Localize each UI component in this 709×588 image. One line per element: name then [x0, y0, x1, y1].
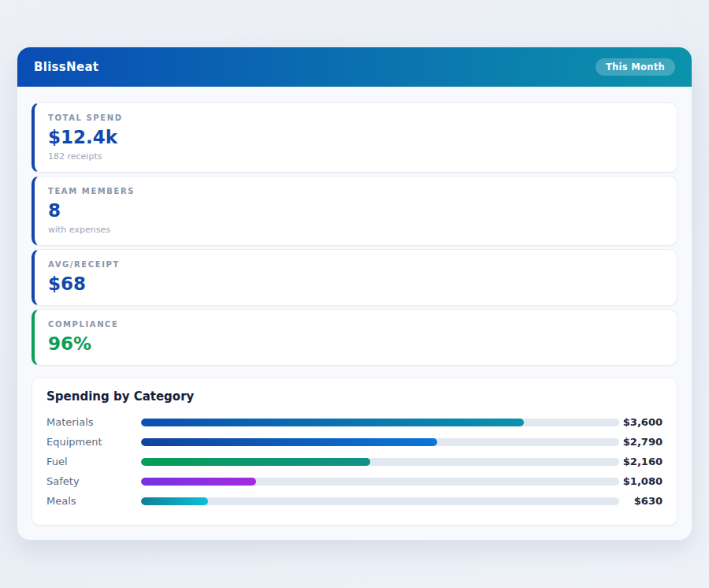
- dashboard-body: TOTAL SPEND $12.4k 182 receipts TEAM MEM…: [17, 87, 692, 540]
- stat-card-team-members: TEAM MEMBERS 8 with expenses: [32, 176, 677, 246]
- chart-title: Spending by Category: [46, 391, 663, 403]
- category-label: Equipment: [46, 436, 141, 448]
- stat-label: TOTAL SPEND: [48, 114, 663, 122]
- stat-value: $12.4k: [48, 127, 663, 148]
- stat-value: 8: [48, 200, 663, 221]
- category-label: Safety: [46, 475, 141, 487]
- bar-track: [141, 438, 619, 446]
- category-row-fuel: Fuel $2,160: [46, 452, 663, 471]
- spending-by-category-chart: Spending by Category Materials $3,600 Eq…: [32, 378, 677, 526]
- stat-card-total-spend: TOTAL SPEND $12.4k 182 receipts: [32, 102, 677, 173]
- bar-track: [141, 478, 619, 486]
- bar-fill: [141, 478, 256, 486]
- category-value: $3,600: [619, 416, 663, 428]
- bar-fill: [141, 419, 524, 426]
- category-row-materials: Materials $3,600: [46, 412, 663, 432]
- stat-label: COMPLIANCE: [48, 320, 663, 329]
- stat-subtext: 182 receipts: [48, 151, 663, 162]
- category-row-safety: Safety $1,080: [46, 471, 663, 491]
- app-header: BlissNeat This Month: [17, 47, 692, 87]
- stat-label: TEAM MEMBERS: [48, 187, 663, 195]
- expense-dashboard-panel: BlissNeat This Month TOTAL SPEND $12.4k …: [17, 47, 692, 540]
- category-label: Materials: [46, 416, 141, 428]
- bar-fill: [141, 497, 208, 505]
- stat-card-avg-receipt: AVG/RECEIPT $68: [32, 249, 677, 306]
- category-value: $630: [619, 495, 663, 507]
- bar-fill: [141, 438, 437, 446]
- category-label: Fuel: [46, 456, 141, 467]
- app-title: BlissNeat: [34, 60, 98, 74]
- stat-value: $68: [48, 274, 663, 295]
- category-label: Meals: [46, 495, 141, 507]
- stat-label: AVG/RECEIPT: [48, 260, 663, 269]
- bar-track: [141, 419, 619, 426]
- stat-card-compliance: COMPLIANCE 96%: [32, 309, 677, 366]
- bar-fill: [141, 458, 370, 466]
- category-row-equipment: Equipment $2,790: [46, 432, 663, 452]
- period-filter-badge[interactable]: This Month: [596, 58, 675, 76]
- category-value: $1,080: [619, 475, 663, 487]
- category-value: $2,160: [619, 456, 663, 467]
- category-value: $2,790: [619, 436, 663, 448]
- stat-subtext: with expenses: [48, 225, 663, 235]
- bar-track: [141, 497, 619, 505]
- stat-value: 96%: [48, 333, 663, 355]
- category-row-meals: Meals $630: [46, 491, 663, 511]
- bar-track: [141, 458, 619, 466]
